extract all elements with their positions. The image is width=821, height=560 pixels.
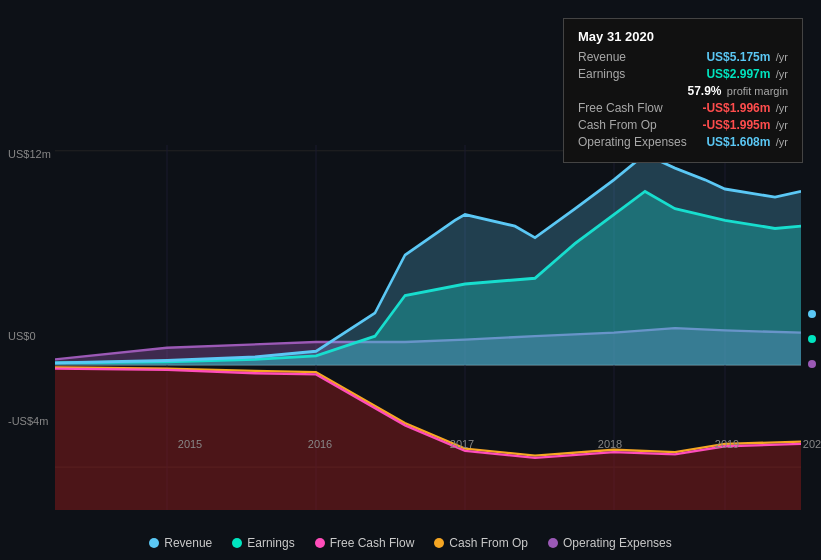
- legend-label-earnings: Earnings: [247, 536, 294, 550]
- legend-fcf: Free Cash Flow: [315, 536, 415, 550]
- tooltip-earnings-row: Earnings US$2.997m /yr: [578, 67, 788, 81]
- tooltip-earnings-value: US$2.997m /yr: [706, 67, 788, 81]
- x-label-2016: 2016: [308, 438, 332, 450]
- legend-dot-opex: [548, 538, 558, 548]
- tooltip-earnings-label: Earnings: [578, 67, 625, 81]
- x-label-2019: 2019: [715, 438, 739, 450]
- tooltip-profit-margin-row: 57.9% profit margin: [578, 84, 788, 98]
- tooltip-cashfromop-label: Cash From Op: [578, 118, 657, 132]
- x-label-2017: 2017: [450, 438, 474, 450]
- x-label-2020: 2020: [803, 438, 821, 450]
- legend-label-fcf: Free Cash Flow: [330, 536, 415, 550]
- legend-label-cashfromop: Cash From Op: [449, 536, 528, 550]
- tooltip-profit-margin-value: 57.9% profit margin: [688, 84, 789, 98]
- legend-dot-earnings: [232, 538, 242, 548]
- x-label-2015: 2015: [178, 438, 202, 450]
- legend-opex: Operating Expenses: [548, 536, 672, 550]
- y-label-0: US$0: [8, 330, 36, 342]
- legend-earnings: Earnings: [232, 536, 294, 550]
- y-label-12m: US$12m: [8, 148, 51, 160]
- legend-dot-revenue: [149, 538, 159, 548]
- tooltip-cashfromop-row: Cash From Op -US$1.995m /yr: [578, 118, 788, 132]
- tooltip-fcf-label: Free Cash Flow: [578, 101, 663, 115]
- legend-dot-fcf: [315, 538, 325, 548]
- tooltip-revenue-value: US$5.175m /yr: [706, 50, 788, 64]
- tooltip-opex-row: Operating Expenses US$1.608m /yr: [578, 135, 788, 149]
- tooltip-revenue-row: Revenue US$5.175m /yr: [578, 50, 788, 64]
- right-indicator-revenue: [808, 310, 816, 318]
- legend-label-opex: Operating Expenses: [563, 536, 672, 550]
- tooltip-cashfromop-value: -US$1.995m /yr: [702, 118, 788, 132]
- tooltip-panel: May 31 2020 Revenue US$5.175m /yr Earnin…: [563, 18, 803, 163]
- legend-label-revenue: Revenue: [164, 536, 212, 550]
- x-label-2018: 2018: [598, 438, 622, 450]
- legend-revenue: Revenue: [149, 536, 212, 550]
- tooltip-opex-label: Operating Expenses: [578, 135, 687, 149]
- chart-svg: [55, 145, 801, 510]
- chart-legend: Revenue Earnings Free Cash Flow Cash Fro…: [0, 536, 821, 550]
- right-indicator-opex: [808, 360, 816, 368]
- tooltip-date: May 31 2020: [578, 29, 788, 44]
- tooltip-fcf-value: -US$1.996m /yr: [702, 101, 788, 115]
- legend-cashfromop: Cash From Op: [434, 536, 528, 550]
- y-label-neg4m: -US$4m: [8, 415, 48, 427]
- tooltip-fcf-row: Free Cash Flow -US$1.996m /yr: [578, 101, 788, 115]
- tooltip-revenue-label: Revenue: [578, 50, 626, 64]
- tooltip-opex-value: US$1.608m /yr: [706, 135, 788, 149]
- legend-dot-cashfromop: [434, 538, 444, 548]
- chart-container: [55, 145, 801, 510]
- right-indicator-earnings: [808, 335, 816, 343]
